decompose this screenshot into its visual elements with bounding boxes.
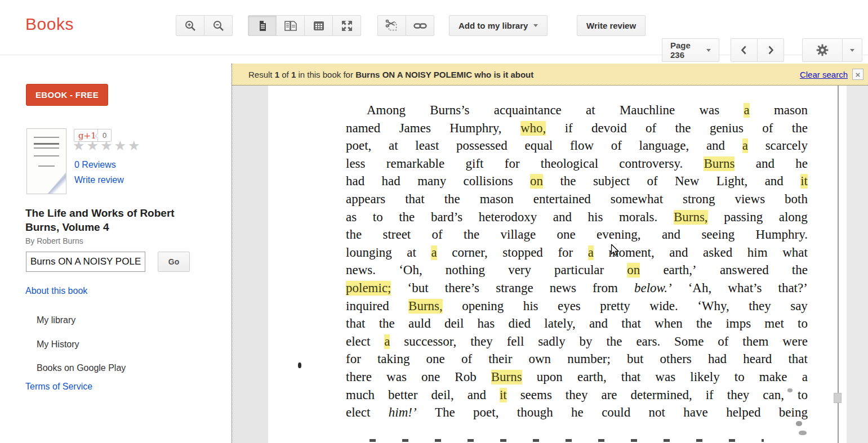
cover-text-line xyxy=(34,137,59,138)
clear-search-link[interactable]: Clear search xyxy=(800,70,848,79)
chevron-down-icon xyxy=(533,24,538,27)
scan-speck xyxy=(787,388,793,392)
page-arrows-group xyxy=(731,38,784,62)
book-author: By Robert Burns xyxy=(25,236,83,245)
book-text-line: muchbetterdeil,anditseemstheyaredetermin… xyxy=(346,388,808,406)
book-text-line: lessremarkablegiftfortheologicalcontrove… xyxy=(346,156,808,174)
star-icon: ★ xyxy=(100,138,114,153)
zoom-out-icon xyxy=(212,19,225,33)
next-line-partial xyxy=(370,439,764,442)
book-text-line: loungingatacorner,stoppedforamoment,anda… xyxy=(346,245,808,263)
zoom-in-button[interactable] xyxy=(176,15,204,36)
scan-speck xyxy=(796,421,802,426)
book-text-line: poet,atleastpossessedequalflowoflanguage… xyxy=(346,138,808,156)
book-text-line: thestreetofthevillageoneevening,andseein… xyxy=(346,227,808,245)
write-review-button[interactable]: Write review xyxy=(577,15,646,36)
sidebar-item-my-library[interactable]: My library xyxy=(37,315,75,325)
write-review-label: Write review xyxy=(586,21,636,30)
view-mode-button-group xyxy=(248,15,361,36)
book-text-line: AmongBurns’sacquaintanceatMauchlinewasam… xyxy=(346,103,808,121)
thumbnail-view-button[interactable] xyxy=(304,15,333,36)
scanned-book-page[interactable]: AmongBurns’sacquaintanceatMauchlinewasam… xyxy=(268,86,847,443)
gear-icon xyxy=(815,43,830,57)
search-query: Burns ON A NOISY POLEMIC who is it about xyxy=(355,70,533,79)
scan-speck xyxy=(298,363,301,368)
settings-button[interactable] xyxy=(802,38,843,62)
reviews-link[interactable]: 0 Reviews xyxy=(74,160,116,170)
fullscreen-icon xyxy=(340,19,354,33)
about-this-book-link[interactable]: About this book xyxy=(25,286,87,296)
cover-text-line xyxy=(34,155,59,156)
chevron-left-icon xyxy=(738,44,750,56)
terms-of-service-link[interactable]: Terms of Service xyxy=(25,382,92,392)
zoom-out-button[interactable] xyxy=(204,15,233,36)
link-icon xyxy=(413,19,428,33)
page-select-button[interactable]: Page 236 xyxy=(662,38,719,62)
chevron-right-icon xyxy=(765,44,776,56)
cover-text-line xyxy=(34,143,59,145)
book-text-line: electasuccessor,theyfellsadlybytheears.S… xyxy=(346,334,808,352)
page-edge-handle[interactable] xyxy=(834,393,842,403)
star-icon: ★ xyxy=(114,138,128,153)
close-icon: × xyxy=(856,70,861,79)
close-search-button[interactable]: × xyxy=(852,69,863,80)
book-text-line: thattheaulddeilhasdiedlately,andthatwhen… xyxy=(346,316,808,334)
books-logo[interactable]: Books xyxy=(25,15,74,34)
add-to-library-button[interactable]: Add to my library xyxy=(449,15,547,36)
book-text-line: electhim!’Thepoet,thoughhecouldnothavehe… xyxy=(346,405,808,423)
star-icon: ★ xyxy=(87,138,101,153)
ebook-free-button[interactable]: EBOOK - FREE xyxy=(26,84,108,106)
settings-dropdown-button[interactable] xyxy=(842,38,862,62)
page-nav-group: Page 236 xyxy=(662,38,719,62)
go-button[interactable]: Go xyxy=(158,252,190,272)
settings-group xyxy=(802,38,862,62)
page-curl-decoration xyxy=(47,172,66,194)
chevron-down-icon xyxy=(706,49,711,52)
two-page-icon xyxy=(283,19,298,33)
search-result-bar: Result 1 of 1 in this book for Burns ON … xyxy=(232,64,868,86)
link-button[interactable] xyxy=(406,15,434,36)
add-to-library-label: Add to my library xyxy=(459,21,528,30)
book-text-line: polemic;‘butthere’sstrangenewsfrombelow.… xyxy=(346,281,808,299)
clip-link-button-group xyxy=(377,15,434,36)
star-rating: ★★★★★ xyxy=(73,138,142,154)
clip-button[interactable] xyxy=(377,15,406,36)
cover-text-line xyxy=(38,165,55,167)
book-text-line: inquiredBurns,openinghiseyesprettywide.‘… xyxy=(346,299,808,317)
page-edge-line xyxy=(838,86,839,443)
chevron-down-icon xyxy=(850,49,854,52)
fullscreen-button[interactable] xyxy=(332,15,361,36)
single-page-icon xyxy=(256,19,269,33)
two-page-view-button[interactable] xyxy=(276,15,305,36)
sidebar: EBOOK - FREE g+1 0 ★★★★★ 0 Reviews Write… xyxy=(0,55,232,443)
star-icon: ★ xyxy=(73,138,87,153)
page-label: Page 236 xyxy=(670,41,701,60)
write-review-link[interactable]: Write review xyxy=(74,175,124,185)
next-page-button[interactable] xyxy=(757,38,784,62)
book-text-line: news.‘Oh,nothingveryparticularonearth,’a… xyxy=(346,263,808,281)
book-text-line: namedJamesHumphry,who,ifdevoidofthegeniu… xyxy=(346,121,808,139)
book-text-line: appearsthatthemasonentertainedsomewhatst… xyxy=(346,192,808,210)
result-count: 1 xyxy=(275,70,279,79)
book-cover-thumbnail[interactable] xyxy=(26,128,66,194)
scissors-clip-icon xyxy=(385,19,399,33)
sidebar-item-my-history[interactable]: My History xyxy=(37,339,79,350)
book-text-line: astothebard’sheterodoxyandhismorals.Burn… xyxy=(346,210,808,228)
book-viewer: Result 1 of 1 in this book for Burns ON … xyxy=(232,64,868,443)
book-text: AmongBurns’sacquaintanceatMauchlinewasam… xyxy=(346,103,808,423)
book-text-line: therewasoneRobBurnsuponearth,thatwaslike… xyxy=(346,370,808,388)
search-in-book-input[interactable] xyxy=(26,252,145,272)
result-total: 1 xyxy=(291,70,296,79)
zoom-button-group xyxy=(176,15,233,36)
result-text: Result 1 of 1 in this book for Burns ON … xyxy=(248,70,533,79)
book-text-line: hadhadmanycollisionsonthesubjectofNewLig… xyxy=(346,174,808,192)
header: Books xyxy=(0,0,868,55)
sidebar-item-books-on-google-play[interactable]: Books on Google Play xyxy=(37,363,126,373)
single-page-view-button[interactable] xyxy=(248,15,277,36)
book-text-line: fortakingoneoftheirownnumber;butothersha… xyxy=(346,352,808,370)
viewer-right-gutter xyxy=(847,86,868,443)
thumbnail-grid-icon xyxy=(312,19,326,33)
cover-text-line xyxy=(34,147,59,149)
zoom-in-icon xyxy=(184,19,197,33)
previous-page-button[interactable] xyxy=(731,38,758,62)
